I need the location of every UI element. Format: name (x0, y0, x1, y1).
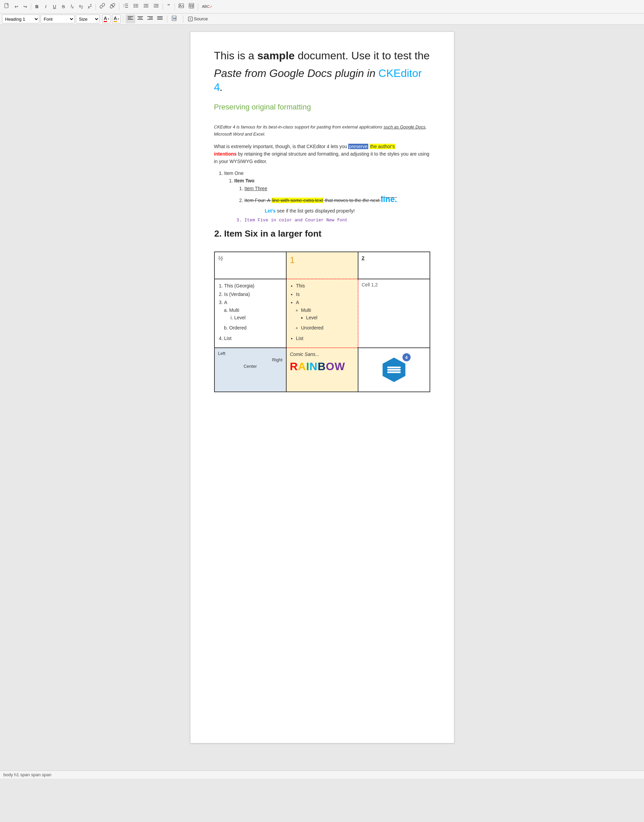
table-button[interactable] (187, 2, 196, 11)
svg-rect-3 (125, 4, 128, 5)
highlight-author: the author's (370, 144, 396, 149)
list-item-six: Item Six in a larger font (224, 227, 430, 241)
svg-rect-10 (135, 5, 138, 6)
svg-rect-49 (387, 372, 401, 373)
svg-rect-39 (157, 16, 163, 17)
font-color-chevron: ▾ (108, 17, 109, 21)
strikethrough-button[interactable]: S (59, 3, 67, 11)
list-item-two: Item Two Item Three Item Four: A line wi… (235, 177, 430, 224)
table-cell-list-ol: This (Georgia) Is (Verdana) A Multi Leve… (215, 279, 286, 348)
svg-rect-12 (135, 7, 138, 8)
cell-ul-list: This Is A Multi Level Unordered (296, 282, 354, 342)
blockquote-button[interactable]: " (165, 2, 173, 12)
spellcheck-button[interactable]: ABC✓ (200, 3, 215, 10)
hex-badge: 4 (402, 353, 411, 361)
svg-point-11 (134, 7, 135, 8)
svg-rect-38 (147, 19, 153, 20)
ordered-list-button[interactable]: 1.2. (121, 2, 130, 11)
rainbow-text: RAINBOW (290, 360, 354, 373)
outdent-button[interactable] (141, 2, 151, 11)
image-button[interactable] (176, 2, 186, 11)
hex-logo-container: 4 (379, 355, 409, 385)
divider6 (198, 3, 198, 10)
align-justify-button[interactable] (155, 15, 165, 23)
bg-color-chevron: ▾ (118, 17, 119, 21)
svg-point-9 (134, 5, 135, 6)
link-button[interactable] (98, 2, 107, 11)
bold-button[interactable]: B (33, 3, 41, 11)
nested-list-1: Item Two Item Three Item Four: A line wi… (235, 177, 430, 224)
outer-list-2: Item Six in a larger font (224, 227, 430, 241)
table-cell-1: 1 (286, 252, 358, 279)
svg-point-7 (134, 4, 135, 5)
svg-rect-34 (138, 19, 143, 20)
table-cell-2-header: 2 (358, 252, 430, 279)
unlink-button[interactable] (108, 2, 117, 11)
italic-para-underline: such as Google Docs (383, 124, 425, 129)
table-row-2: This (Georgia) Is (Verdana) A Multi Leve… (215, 279, 430, 348)
section-heading: Preserving original formatting (214, 103, 430, 112)
new-doc-button[interactable] (2, 2, 12, 11)
italic-para-start: CKEditor 4 is famous for its best-in-cla… (214, 124, 384, 129)
body-end: by retaining the original structure and … (214, 151, 429, 164)
svg-rect-41 (157, 19, 163, 20)
hex-svg (380, 356, 408, 383)
underline-button[interactable]: U (51, 3, 58, 11)
list-item-four: Item Four: A line with some extra text t… (245, 193, 430, 215)
svg-rect-5 (125, 5, 128, 6)
svg-point-22 (180, 5, 181, 6)
text-intentions: intentions (214, 151, 237, 157)
italic-paragraph: CKEditor 4 is famous for its best-in-cla… (214, 124, 430, 138)
size-select[interactable]: Size 10 12 14 18 24 36 (76, 15, 100, 23)
align-left-button[interactable] (126, 15, 135, 23)
table-row-3: Left Right Center Comic Sans... RAINBOW (215, 348, 430, 392)
font-select[interactable]: Font Arial Georgia Verdana Courier New (41, 15, 75, 23)
divider3 (119, 3, 119, 10)
svg-marker-16 (144, 5, 145, 6)
divider5 (175, 3, 175, 10)
svg-rect-32 (138, 16, 143, 17)
svg-rect-33 (138, 18, 142, 18)
redo-button[interactable]: ↪ (21, 3, 29, 11)
subscript-button[interactable]: x2 (77, 2, 85, 11)
svg-point-45 (190, 18, 191, 19)
table-row-1: ½ 1 2 (215, 252, 430, 279)
svg-rect-0 (5, 3, 8, 8)
svg-rect-17 (154, 4, 158, 5)
align-center-button[interactable] (135, 15, 145, 23)
svg-rect-36 (147, 16, 153, 17)
bg-color-button[interactable]: A ▾ (112, 15, 121, 23)
source-button[interactable]: Source (186, 15, 210, 23)
superscript-button[interactable]: x2 (86, 2, 94, 11)
heading-select[interactable]: Heading 1 Heading 2 Heading 3 Normal (2, 15, 39, 23)
font-color-button[interactable]: A ▾ (102, 15, 111, 23)
divider4 (163, 3, 163, 10)
toolbar-top: ↩ ↪ B I U S Ix x2 x2 1.2. " ABC✓ (0, 0, 644, 14)
doc-title-line2: Paste from Google Docs plugin in CKEdito… (214, 66, 430, 95)
status-text: body h1 span span span (3, 772, 52, 777)
editor-page[interactable]: This is a sample document. Use it to tes… (190, 32, 454, 744)
undo-button[interactable]: ↩ (12, 3, 20, 11)
divider9 (183, 15, 183, 22)
svg-rect-28 (128, 16, 133, 17)
comic-sans-text: Comic Sans... (290, 352, 354, 357)
align-right-button[interactable] (145, 15, 155, 23)
table-cell-list-ul: This Is A Multi Level Unordered (286, 279, 358, 348)
source-label: Source (194, 16, 208, 22)
italic-button[interactable]: I (42, 3, 50, 11)
svg-line-1 (111, 4, 114, 8)
title-bold-word: sample (258, 49, 295, 62)
unordered-list-button[interactable] (131, 2, 141, 11)
italic2-button[interactable]: Ix (68, 2, 76, 11)
svg-rect-40 (157, 18, 163, 18)
cell-ol-list: This (Georgia) Is (Verdana) A Multi Leve… (224, 282, 282, 342)
status-bar: body h1 span span span (0, 770, 644, 779)
paste-from-word-button[interactable] (170, 15, 181, 23)
indent-button[interactable] (152, 2, 161, 11)
lets-line: Let's see if the list gets displayed pro… (265, 206, 430, 215)
content-table: ½ 1 2 This (Georgia) Is (Verdana) A (214, 252, 430, 392)
divider1 (31, 3, 31, 10)
table-cell-comic: Comic Sans... RAINBOW (286, 348, 358, 392)
editor-outer: This is a sample document. Use it to tes… (0, 25, 644, 770)
bg-color-a: A (113, 16, 117, 22)
